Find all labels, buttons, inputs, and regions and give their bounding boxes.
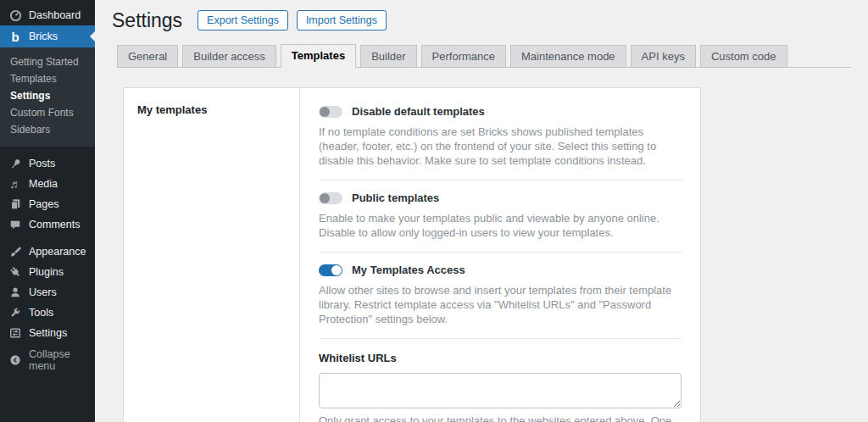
- templates-settings-panel: My templates Disable default templates I…: [123, 87, 701, 422]
- disable-default-templates-toggle[interactable]: [319, 106, 342, 118]
- settings-icon: [8, 326, 22, 340]
- submenu-item-sidebars[interactable]: Sidebars: [0, 121, 95, 138]
- tab-builder-access[interactable]: Builder access: [182, 45, 276, 67]
- brush-icon: [8, 245, 22, 258]
- my-templates-access-toggle[interactable]: [319, 264, 342, 276]
- toggle-knob: [320, 193, 330, 203]
- sidebar-item-media[interactable]: ♬ Media: [0, 174, 95, 194]
- tab-api-keys[interactable]: API keys: [631, 45, 696, 67]
- sidebar-item-label: Plugins: [29, 266, 64, 278]
- wrench-icon: [8, 306, 22, 319]
- sidebar-item-tools[interactable]: Tools: [0, 303, 95, 323]
- admin-sidebar: Dashboard b Bricks Getting Started Templ…: [0, 0, 95, 422]
- sidebar-item-users[interactable]: Users: [0, 282, 95, 303]
- dashboard-icon: [8, 8, 22, 22]
- setting-public-templates: Public templates Enable to make your tem…: [319, 180, 682, 253]
- sidebar-item-label: Bricks: [29, 31, 58, 42]
- sidebar-item-label: Tools: [29, 307, 53, 319]
- sidebar-item-appearance[interactable]: Appearance: [0, 242, 95, 262]
- tab-performance[interactable]: Performance: [421, 45, 506, 67]
- whitelist-urls-heading: Whitelist URLs: [319, 352, 682, 364]
- sidebar-item-posts[interactable]: Posts: [0, 153, 95, 174]
- sidebar-item-label: Collapse menu: [29, 348, 90, 372]
- comment-icon: [8, 218, 22, 231]
- bricks-logo: b: [8, 30, 22, 43]
- pin-icon: [8, 157, 22, 170]
- bricks-submenu: Getting Started Templates Settings Custo…: [0, 47, 95, 147]
- tab-maintenance-mode[interactable]: Maintenance mode: [510, 45, 626, 67]
- setting-whitelist-urls: Whitelist URLs Only grant access to your…: [319, 339, 682, 422]
- setting-label: Public templates: [352, 192, 439, 204]
- tab-general[interactable]: General: [117, 45, 178, 67]
- sidebar-item-label: Media: [29, 178, 58, 190]
- submenu-item-custom-fonts[interactable]: Custom Fonts: [0, 104, 95, 121]
- page-header: Settings Export Settings Import Settings: [95, 0, 868, 32]
- submenu-item-settings[interactable]: Settings: [0, 87, 95, 104]
- sidebar-item-label: Settings: [29, 327, 67, 339]
- sidebar-item-label: Users: [29, 286, 57, 298]
- setting-disable-default-templates: Disable default templates If no template…: [319, 94, 682, 180]
- export-settings-button[interactable]: Export Settings: [198, 10, 288, 31]
- setting-description: Only grant access to your templates to t…: [319, 414, 682, 422]
- toggle-knob: [320, 107, 330, 117]
- submenu-item-getting-started[interactable]: Getting Started: [0, 53, 95, 70]
- panel-settings-column: Disable default templates If no template…: [300, 88, 700, 422]
- setting-description: Enable to make your templates public and…: [319, 211, 682, 240]
- import-settings-button[interactable]: Import Settings: [297, 10, 387, 31]
- current-menu-arrow: [90, 31, 95, 42]
- sidebar-item-label: Pages: [29, 198, 58, 210]
- plugin-icon: [8, 265, 22, 279]
- sidebar-item-label: Appearance: [29, 246, 86, 258]
- public-templates-toggle[interactable]: [319, 192, 342, 204]
- sidebar-item-bricks[interactable]: b Bricks: [0, 25, 95, 47]
- toggle-knob: [331, 265, 342, 275]
- sidebar-item-plugins[interactable]: Plugins: [0, 262, 95, 282]
- media-icon: ♬: [8, 177, 22, 191]
- setting-description: If no template conditions are set Bricks…: [319, 125, 682, 168]
- collapse-icon: [8, 353, 22, 367]
- sidebar-item-dashboard[interactable]: Dashboard: [0, 5, 95, 25]
- admin-content: Settings Export Settings Import Settings…: [95, 0, 868, 422]
- tab-templates[interactable]: Templates: [281, 44, 356, 68]
- setting-label: Disable default templates: [352, 105, 485, 118]
- tab-custom-code[interactable]: Custom code: [700, 45, 787, 67]
- settings-tabs: General Builder access Templates Builder…: [117, 44, 851, 68]
- setting-my-templates-access: My Templates Access Allow other sites to…: [319, 253, 682, 339]
- sidebar-item-label: Dashboard: [29, 9, 81, 21]
- setting-description: Allow other sites to browse and insert y…: [319, 283, 682, 326]
- sidebar-item-comments[interactable]: Comments: [0, 214, 95, 235]
- panel-section-column: My templates: [124, 88, 300, 422]
- whitelist-urls-textarea[interactable]: [319, 373, 682, 408]
- section-title: My templates: [137, 103, 291, 116]
- sidebar-item-settings[interactable]: Settings: [0, 323, 95, 343]
- user-icon: [8, 286, 22, 299]
- sidebar-item-label: Comments: [29, 219, 80, 230]
- collapse-menu-button[interactable]: Collapse menu: [0, 350, 95, 370]
- submenu-item-templates[interactable]: Templates: [0, 70, 95, 87]
- page-title: Settings: [112, 8, 182, 32]
- setting-label: My Templates Access: [352, 264, 465, 276]
- tab-builder[interactable]: Builder: [360, 45, 416, 67]
- sidebar-item-pages[interactable]: Pages: [0, 194, 95, 214]
- sidebar-item-label: Posts: [29, 158, 55, 169]
- pages-icon: [8, 197, 22, 211]
